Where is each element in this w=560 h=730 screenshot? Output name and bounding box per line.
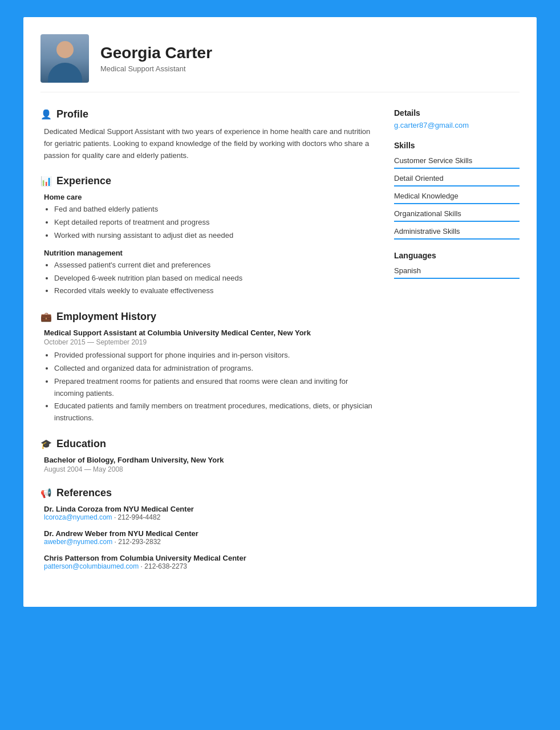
- skill-item-5: Administrative Skills: [394, 224, 520, 240]
- bullet-item: Fed and bathed elderly patients: [54, 204, 377, 216]
- details-title: Details: [394, 108, 520, 117]
- experience-job-2: Nutrition management Assessed patient's …: [40, 249, 377, 297]
- ref-email-3[interactable]: patterson@columbiaumed.com: [44, 562, 139, 570]
- reference-item-1: Dr. Linda Coroza from NYU Medical Center…: [40, 505, 377, 521]
- skill-item-4: Organizational Skills: [394, 206, 520, 222]
- profile-text: Dedicated Medical Support Assistant with…: [40, 126, 377, 161]
- experience-icon: 📊: [40, 176, 52, 186]
- sidebar-email[interactable]: g.carter87@gmail.com: [394, 121, 520, 129]
- ref-email-2[interactable]: aweber@nyumed.com: [44, 538, 112, 546]
- ref-phone-1: ·: [114, 513, 118, 521]
- ref-email-1[interactable]: lcoroza@nyumed.com: [44, 513, 112, 521]
- skills-section: Skills Customer Service Skills Detail Or…: [394, 141, 520, 240]
- ref-phone-3: 212-638-2273: [144, 562, 187, 570]
- skills-title: Skills: [394, 141, 520, 150]
- job-title-2: Nutrition management: [40, 249, 377, 257]
- ref-contact-1: lcoroza@nyumed.com · 212-994-4482: [40, 513, 377, 521]
- reference-item-2: Dr. Andrew Weber from NYU Medical Center…: [40, 529, 377, 546]
- education-section-title: 🎓 Education: [40, 438, 377, 450]
- resume-container: Georgia Carter Medical Support Assistant…: [23, 17, 537, 607]
- avatar: [40, 34, 89, 83]
- edu-date: August 2004 — May 2008: [40, 465, 377, 473]
- employment-section: 💼 Employment History Medical Support Ass…: [40, 311, 377, 424]
- skill-item-2: Detail Oriented: [394, 171, 520, 186]
- reference-item-3: Chris Patterson from Columbia University…: [40, 554, 377, 570]
- references-icon: 📢: [40, 488, 52, 498]
- header-section: Georgia Carter Medical Support Assistant: [40, 34, 520, 92]
- job-bullets-1: Fed and bathed elderly patients Kept det…: [40, 204, 377, 241]
- details-section: Details g.carter87@gmail.com: [394, 108, 520, 129]
- references-section: 📢 References Dr. Linda Coroza from NYU M…: [40, 487, 377, 570]
- profile-section: 👤 Profile Dedicated Medical Support Assi…: [40, 108, 377, 161]
- job-bullets-2: Assessed patient's current diet and pref…: [40, 259, 377, 297]
- experience-job-1: Home care Fed and bathed elderly patient…: [40, 193, 377, 241]
- ref-contact-2: aweber@nyumed.com · 212-293-2832: [40, 538, 377, 546]
- emp-job-title: Medical Support Assistant at Columbia Un…: [40, 328, 377, 337]
- employment-section-title: 💼 Employment History: [40, 311, 377, 323]
- education-item-1: Bachelor of Biology, Fordham University,…: [40, 456, 377, 473]
- languages-title: Languages: [394, 251, 520, 260]
- employment-icon: 💼: [40, 311, 52, 322]
- experience-section: 📊 Experience Home care Fed and bathed el…: [40, 175, 377, 297]
- ref-name-3: Chris Patterson from Columbia University…: [40, 554, 377, 562]
- ref-phone-1: 212-994-4482: [118, 513, 161, 521]
- candidate-title: Medical Support Assistant: [100, 64, 212, 73]
- references-section-title: 📢 References: [40, 487, 377, 499]
- ref-name-2: Dr. Andrew Weber from NYU Medical Center: [40, 529, 377, 538]
- bullet-item: Educated patients and family members on …: [54, 400, 377, 424]
- experience-section-title: 📊 Experience: [40, 175, 377, 187]
- profile-section-title: 👤 Profile: [40, 108, 377, 120]
- skill-item-1: Customer Service Skills: [394, 153, 520, 169]
- bullet-item: Assessed patient's current diet and pref…: [54, 259, 377, 271]
- languages-section: Languages Spanish: [394, 251, 520, 279]
- ref-phone-2: 212-293-2832: [118, 538, 161, 546]
- emp-date: October 2015 — September 2019: [40, 338, 377, 346]
- skill-item-3: Medical Knowledge: [394, 189, 520, 204]
- ref-name-1: Dr. Linda Coroza from NYU Medical Center: [40, 505, 377, 513]
- education-icon: 🎓: [40, 439, 52, 449]
- bullet-item: Collected and organized data for adminis…: [54, 363, 377, 375]
- bullet-item: Prepared treatment rooms for patients an…: [54, 376, 377, 400]
- header-info: Georgia Carter Medical Support Assistant: [100, 44, 212, 73]
- bullet-item: Kept detailed reports of treatment and p…: [54, 217, 377, 229]
- language-item-1: Spanish: [394, 263, 520, 279]
- bullet-item: Worked with nursing assistant to adjust …: [54, 230, 377, 242]
- bullet-item: Recorded vitals weekly to evaluate effec…: [54, 285, 377, 297]
- sidebar: Details g.carter87@gmail.com Skills Cust…: [394, 108, 520, 584]
- ref-contact-3: patterson@columbiaumed.com · 212-638-227…: [40, 562, 377, 570]
- main-column: 👤 Profile Dedicated Medical Support Assi…: [40, 108, 377, 584]
- profile-icon: 👤: [40, 109, 52, 120]
- emp-bullets: Provided professional support for phone …: [40, 350, 377, 424]
- candidate-name: Georgia Carter: [100, 44, 212, 62]
- job-title-1: Home care: [40, 193, 377, 201]
- bullet-item: Provided professional support for phone …: [54, 350, 377, 362]
- education-section: 🎓 Education Bachelor of Biology, Fordham…: [40, 438, 377, 473]
- edu-degree: Bachelor of Biology, Fordham University,…: [40, 456, 377, 464]
- content-area: 👤 Profile Dedicated Medical Support Assi…: [40, 108, 520, 584]
- bullet-item: Developed 6-week nutrition plan based on…: [54, 273, 377, 285]
- employment-item-1: Medical Support Assistant at Columbia Un…: [40, 328, 377, 424]
